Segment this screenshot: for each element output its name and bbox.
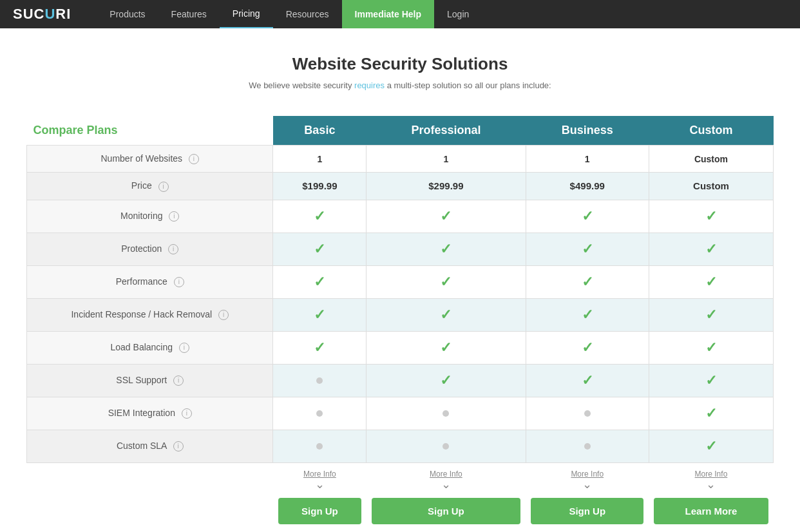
nav-login[interactable]: Login — [434, 0, 482, 28]
check-icon: ✓ — [582, 307, 593, 323]
info-icon-3[interactable]: i — [168, 244, 178, 254]
cell-4-3: ✓ — [649, 265, 773, 298]
more-info-cell-basic: More Info⌄ — [273, 462, 367, 493]
nav-pricing[interactable]: Pricing — [220, 0, 273, 28]
nav-products[interactable]: Products — [97, 0, 158, 28]
cell-3-1: ✓ — [367, 233, 526, 265]
check-icon: ✓ — [314, 274, 325, 290]
cell-6-0: ✓ — [273, 331, 367, 364]
cell-8-0 — [273, 397, 367, 430]
price-value: Custom — [693, 180, 729, 191]
info-icon-8[interactable]: i — [182, 408, 192, 419]
cell-7-1: ✓ — [367, 364, 526, 397]
check-icon: ✓ — [582, 339, 593, 356]
cell-7-3: ✓ — [649, 364, 773, 397]
price-value: $299.99 — [428, 180, 463, 191]
price-value: $499.99 — [570, 180, 605, 191]
footer-empty — [27, 462, 273, 493]
more-info-link-basic[interactable]: More Info — [278, 470, 361, 479]
info-icon-2[interactable]: i — [169, 211, 179, 222]
check-icon: ✓ — [440, 339, 452, 356]
cell-0-2: 1 — [526, 146, 649, 173]
cell-3-2: ✓ — [526, 233, 649, 265]
cell-9-3: ✓ — [649, 430, 773, 462]
check-icon: ✓ — [705, 438, 717, 454]
info-icon-0[interactable]: i — [189, 154, 199, 164]
row-label-0: Number of Websites i — [27, 146, 273, 173]
check-icon: ✓ — [705, 307, 717, 323]
cell-4-2: ✓ — [526, 265, 649, 298]
cell-6-2: ✓ — [526, 331, 649, 364]
row-label-8: SIEM Integration i — [27, 397, 273, 430]
row-label-5: Incident Response / Hack Removal i — [27, 298, 273, 331]
cell-4-1: ✓ — [367, 265, 526, 298]
row-label-1: Price i — [27, 173, 273, 200]
plan-header-custom: Custom — [649, 116, 773, 146]
more-info-cell-business: More Info⌄ — [526, 462, 649, 493]
info-icon-9[interactable]: i — [173, 441, 184, 451]
dot-icon — [443, 443, 449, 450]
compare-plans-table: Compare Plans Basic Professional Busines… — [26, 116, 774, 529]
plan-header-professional: Professional — [367, 116, 526, 146]
dot-icon — [584, 443, 591, 450]
check-icon: ✓ — [582, 372, 593, 388]
cell-2-3: ✓ — [649, 200, 773, 233]
check-icon: ✓ — [440, 274, 452, 290]
row-label-3: Protection i — [27, 233, 273, 265]
row-label-4: Performance i — [27, 265, 273, 298]
cell-9-1 — [367, 430, 526, 462]
cell-0-0: 1 — [273, 146, 367, 173]
nav-immediate-help[interactable]: Immediate Help — [342, 0, 434, 28]
cell-2-1: ✓ — [367, 200, 526, 233]
cell-0-3: Custom — [649, 146, 773, 173]
signup-cell-business: Sign Up — [526, 493, 649, 529]
cell-1-1: $299.99 — [367, 173, 526, 200]
cell-1-3: Custom — [649, 173, 773, 200]
cell-3-3: ✓ — [649, 233, 773, 265]
cell-value: Custom — [694, 154, 728, 164]
info-icon-7[interactable]: i — [173, 375, 184, 386]
check-icon: ✓ — [440, 372, 452, 388]
more-info-link-custom[interactable]: More Info — [654, 470, 768, 479]
dot-icon — [443, 410, 449, 417]
page-content: Website Security Solutions We believe we… — [14, 28, 786, 532]
cell-6-1: ✓ — [367, 331, 526, 364]
cell-3-0: ✓ — [273, 233, 367, 265]
page-title: Website Security Solutions — [26, 54, 774, 74]
signup-button-basic[interactable]: Sign Up — [278, 498, 361, 524]
check-icon: ✓ — [440, 241, 452, 257]
row-label-2: Monitoring i — [27, 200, 273, 233]
check-icon: ✓ — [705, 274, 717, 290]
signup-empty — [27, 493, 273, 529]
check-icon: ✓ — [314, 339, 325, 356]
row-label-9: Custom SLA i — [27, 430, 273, 462]
check-icon: ✓ — [314, 241, 325, 257]
compare-plans-header: Compare Plans — [27, 116, 273, 146]
check-icon: ✓ — [705, 372, 717, 388]
cell-8-1 — [367, 397, 526, 430]
learn-more-button[interactable]: Learn More — [654, 498, 768, 524]
plan-header-business: Business — [526, 116, 649, 146]
cell-8-3: ✓ — [649, 397, 773, 430]
check-icon: ✓ — [582, 208, 593, 224]
info-icon-5[interactable]: i — [218, 310, 229, 320]
cell-5-2: ✓ — [526, 298, 649, 331]
cell-8-2 — [526, 397, 649, 430]
nav-features[interactable]: Features — [158, 0, 220, 28]
cell-2-2: ✓ — [526, 200, 649, 233]
info-icon-6[interactable]: i — [179, 343, 189, 353]
check-icon: ✓ — [705, 208, 717, 224]
more-info-link-business[interactable]: More Info — [531, 470, 643, 479]
check-icon: ✓ — [582, 274, 593, 290]
signup-button-professional[interactable]: Sign Up — [372, 498, 520, 524]
signup-cell-basic: Sign Up — [273, 493, 367, 529]
dot-icon — [316, 377, 323, 384]
info-icon-1[interactable]: i — [158, 182, 169, 192]
main-nav: SUCURI Products Features Pricing Resourc… — [0, 0, 800, 28]
info-icon-4[interactable]: i — [174, 277, 184, 287]
more-info-link-professional[interactable]: More Info — [372, 470, 520, 479]
nav-resources[interactable]: Resources — [273, 0, 342, 28]
chevron-down-icon: ⌄ — [278, 479, 361, 490]
more-info-cell-custom: More Info⌄ — [649, 462, 773, 493]
signup-button-business[interactable]: Sign Up — [531, 498, 643, 524]
